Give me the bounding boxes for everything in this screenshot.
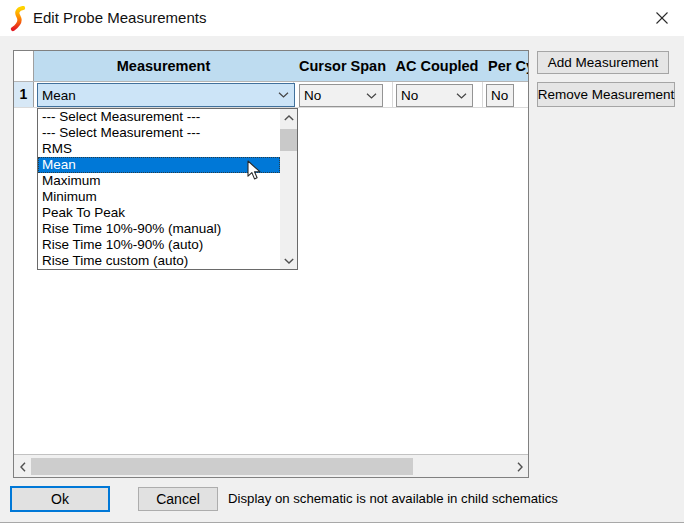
horizontal-scrollbar-thumb[interactable] [31, 458, 413, 475]
dropdown-item[interactable]: Peak To Peak [38, 205, 280, 221]
window-title: Edit Probe Measurements [33, 9, 206, 26]
column-header-cursor-span: Cursor Span [293, 51, 392, 81]
ok-button[interactable]: Ok [10, 486, 110, 512]
mouse-cursor-icon [247, 160, 263, 182]
dropdown-item[interactable]: --- Select Measurement --- [38, 125, 280, 141]
dropdown-vertical-scrollbar[interactable] [280, 109, 297, 269]
chevron-right-icon [517, 462, 523, 472]
per-cycle-combobox-value: No [491, 88, 513, 103]
chevron-down-icon [360, 93, 382, 99]
cursor-span-combobox[interactable]: No [299, 84, 383, 107]
measurement-combobox[interactable]: Mean [37, 83, 295, 107]
remove-measurement-button[interactable]: Remove Measurement [537, 82, 675, 107]
scroll-right-button[interactable] [511, 455, 528, 478]
dropdown-item-selected[interactable]: Mean [38, 157, 280, 173]
edit-probe-measurements-dialog: Edit Probe Measurements Measurement Curs… [0, 0, 684, 523]
horizontal-scrollbar[interactable] [14, 454, 528, 477]
dropdown-item[interactable]: Maximum [38, 173, 280, 189]
measurement-combobox-value: Mean [42, 88, 272, 103]
schematic-note-text: Display on schematic is not available in… [228, 491, 558, 506]
grid-line [482, 82, 483, 108]
row-number-cell[interactable]: 1 [14, 82, 34, 108]
app-logo-icon [8, 6, 28, 32]
scroll-down-button[interactable] [280, 252, 297, 269]
table-header-corner [14, 51, 34, 81]
chevron-down-icon [272, 92, 294, 98]
cursor-span-combobox-value: No [304, 88, 360, 103]
chevron-up-icon [284, 115, 294, 121]
cancel-button[interactable]: Cancel [138, 487, 218, 511]
chevron-down-icon [450, 93, 472, 99]
table-header-row: Measurement Cursor Span AC Coupled Per C… [14, 51, 528, 82]
dropdown-item[interactable]: --- Select Measurement --- [38, 109, 280, 125]
add-measurement-button[interactable]: Add Measurement [537, 51, 669, 74]
dropdown-items: --- Select Measurement --- --- Select Me… [38, 109, 280, 269]
dropdown-item[interactable]: Rise Time 10%-90% (manual) [38, 221, 280, 237]
ac-coupled-combobox[interactable]: No [396, 84, 473, 107]
dropdown-item[interactable]: Rise Time 10%-90% (auto) [38, 237, 280, 253]
scroll-up-button[interactable] [280, 109, 297, 126]
close-icon [655, 11, 669, 25]
ac-coupled-combobox-value: No [401, 88, 450, 103]
titlebar: Edit Probe Measurements [0, 0, 684, 36]
dropdown-item[interactable]: Minimum [38, 189, 280, 205]
dropdown-item[interactable]: RMS [38, 141, 280, 157]
measurement-dropdown-list: --- Select Measurement --- --- Select Me… [37, 108, 298, 270]
chevron-left-icon [20, 462, 26, 472]
dropdown-scrollbar-thumb[interactable] [280, 129, 297, 151]
chevron-down-icon [284, 258, 294, 264]
grid-line [392, 82, 393, 108]
dropdown-item[interactable]: Rise Time custom (auto) [38, 253, 280, 269]
scroll-left-button[interactable] [14, 455, 31, 478]
column-header-per-cycle: Per Cy [482, 51, 528, 81]
close-button[interactable] [639, 0, 684, 36]
column-header-measurement: Measurement [34, 51, 293, 81]
per-cycle-combobox[interactable]: No [486, 84, 514, 107]
column-header-ac-coupled: AC Coupled [392, 51, 482, 81]
